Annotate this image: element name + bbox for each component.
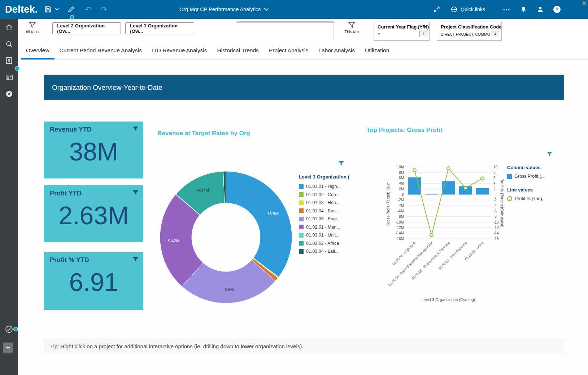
- close-icon[interactable]: ✕: [582, 0, 587, 7]
- tab-labor-analysis[interactable]: Labor Analysis: [313, 42, 360, 59]
- svg-text:10: 10: [493, 165, 498, 169]
- bar-2[interactable]: [442, 181, 455, 195]
- deltek-logo[interactable]: Deltek.: [5, 0, 38, 19]
- home-icon[interactable]: [0, 22, 18, 33]
- applied-filter-value: Y: [378, 32, 380, 36]
- all-tabs-filter-button[interactable]: All tabs: [18, 22, 46, 34]
- help-icon[interactable]: ?: [550, 0, 563, 19]
- add-button[interactable]: +: [3, 343, 13, 353]
- save-dropdown-chevron-icon[interactable]: [53, 0, 60, 19]
- legend-label: 01.03.04 - Lati...: [306, 249, 339, 254]
- all-tabs-label: All tabs: [26, 30, 39, 34]
- this-tab-filter-button[interactable]: This tab: [337, 22, 366, 34]
- tab-utilization[interactable]: Utilization: [360, 42, 394, 59]
- legend-item[interactable]: 01.03.04 - Lati...: [299, 247, 349, 256]
- bar-1[interactable]: [425, 195, 438, 195]
- line-values-header: Line values: [507, 187, 546, 193]
- legend-item[interactable]: 01.02.01 - Man...: [299, 223, 349, 231]
- filter-chip-level3-org[interactable]: Level 3 Organization (Ow...: [125, 22, 194, 34]
- hint-dot[interactable]: [70, 15, 74, 20]
- section-banner: Organization Overview-Year-to-Date: [44, 75, 564, 100]
- donut-filter-funnel-icon[interactable]: [339, 161, 344, 167]
- quick-links-label: Quick links: [461, 6, 485, 12]
- svg-text:-8M: -8M: [398, 215, 404, 219]
- legend-item[interactable]: 01.01.04 - Bas...: [299, 207, 349, 215]
- svg-text:8M: 8M: [399, 171, 404, 175]
- legend-label: Profit % (Targ...: [515, 196, 546, 201]
- gross-profit-combo-chart: 10M108M86M64M42M20-2M-2-4M-4-6M-6-8M-8-1…: [366, 162, 505, 306]
- line-marker-3[interactable]: [464, 186, 467, 190]
- legend-label: 01.01.01 - High...: [306, 184, 341, 189]
- svg-text:-12: -12: [493, 226, 499, 230]
- legend-item[interactable]: 01.03.02 - Africa: [299, 239, 349, 248]
- line-marker-4[interactable]: [481, 177, 484, 180]
- line-marker-1[interactable]: [430, 234, 433, 237]
- hint-dot[interactable]: [15, 66, 19, 71]
- notifications-bell-icon[interactable]: [517, 0, 530, 19]
- svg-text:0: 0: [402, 193, 404, 197]
- donut-slice-0[interactable]: [226, 171, 292, 277]
- kpi-value: 38M: [44, 137, 143, 166]
- svg-text:6: 6: [493, 176, 496, 180]
- line-marker-0[interactable]: [413, 169, 416, 172]
- kpi-title: Profit YTD: [50, 190, 82, 197]
- redo-icon[interactable]: ↷: [97, 0, 110, 19]
- revenue-donut-chart: 13.5M9.6M9.42M4.97M: [157, 168, 295, 307]
- expand-icon[interactable]: [430, 0, 443, 19]
- profit-line: [415, 168, 483, 235]
- legend-item[interactable]: 01.01.05 - Engi...: [299, 215, 349, 223]
- legend-item[interactable]: Profit % (Targ...: [507, 195, 546, 203]
- legend-swatch: [299, 217, 304, 221]
- report-person-icon[interactable]: [0, 55, 18, 66]
- undo-icon[interactable]: ↶: [82, 0, 95, 19]
- hint-dot[interactable]: [13, 327, 18, 331]
- svg-text:-16M: -16M: [396, 237, 404, 241]
- svg-text:10M: 10M: [397, 165, 404, 169]
- tab-itd-revenue-analysis[interactable]: ITD Revenue Analysis: [147, 42, 212, 59]
- legend-label: 01.03.02 - Africa: [306, 241, 339, 246]
- svg-text:?: ?: [556, 6, 559, 12]
- id-card-icon[interactable]: [0, 71, 18, 83]
- svg-text:-16: -16: [493, 237, 499, 241]
- search-icon[interactable]: [0, 38, 18, 50]
- kpi-filter-funnel-icon[interactable]: [133, 190, 138, 197]
- legend-label: 01.03.01 - Unit...: [306, 233, 339, 238]
- quick-links-button[interactable]: Quick links: [450, 0, 485, 19]
- legend-item[interactable]: 01.01.01 - High...: [299, 182, 349, 191]
- user-profile-icon[interactable]: [534, 0, 547, 19]
- bar-0[interactable]: [408, 177, 421, 194]
- legend-item[interactable]: Gross Profit (...: [507, 172, 546, 181]
- svg-text:2M: 2M: [399, 187, 404, 191]
- kpi-filter-funnel-icon[interactable]: [133, 126, 138, 133]
- compass-icon[interactable]: [0, 88, 18, 100]
- applied-filter-current-year-flag[interactable]: Current Year Flag (Y/N) Y 1: [374, 22, 430, 41]
- save-icon[interactable]: [43, 0, 53, 19]
- donut-legend-title: Level 3 Organization (: [299, 174, 349, 180]
- dashboard-title[interactable]: Org Mgr CP Performance Analytics: [179, 0, 269, 19]
- more-options-icon[interactable]: ⋯: [500, 0, 513, 19]
- legend-item[interactable]: 01.03.01 - Unit...: [299, 231, 349, 239]
- combo-filter-funnel-icon[interactable]: [547, 151, 552, 158]
- tab-historical-trends[interactable]: Historical Trends: [212, 42, 263, 59]
- svg-text:-6M: -6M: [398, 209, 404, 213]
- legend-swatch: [299, 249, 304, 254]
- applied-filter-title: Current Year Flag (Y/N): [374, 22, 429, 30]
- dashboard-canvas: Organization Overview-Year-to-Date Reven…: [18, 59, 588, 375]
- legend-item[interactable]: 01.01.02 - Con...: [299, 191, 349, 199]
- legend-swatch: [299, 225, 304, 229]
- bar-4[interactable]: [476, 188, 489, 195]
- applied-filter-project-classification[interactable]: Project Classification Code DIRECT PROJE…: [437, 22, 502, 41]
- line-marker-2[interactable]: [447, 167, 450, 170]
- filter-chip-level2-org[interactable]: Level 2 Organization (Ow...: [52, 22, 121, 34]
- content-area: All tabs Level 2 Organization (Ow... Lev…: [18, 19, 588, 375]
- kpi-value: 6.91: [44, 268, 143, 297]
- section-banner-title: Organization Overview-Year-to-Date: [52, 84, 162, 92]
- filter-horizontal-scrollbar[interactable]: [236, 21, 335, 23]
- kpi-filter-funnel-icon[interactable]: [133, 257, 138, 263]
- donut-slice-label: 13.5M: [267, 212, 279, 216]
- legend-item[interactable]: 01.01.03 - Hea...: [299, 199, 349, 207]
- tab-overview[interactable]: Overview: [21, 42, 55, 59]
- tab-project-analysis[interactable]: Project Analysis: [264, 42, 313, 59]
- svg-text:-6: -6: [493, 209, 497, 213]
- tab-current-period-revenue-analysis[interactable]: Current Period Revenue Analysis: [55, 42, 147, 59]
